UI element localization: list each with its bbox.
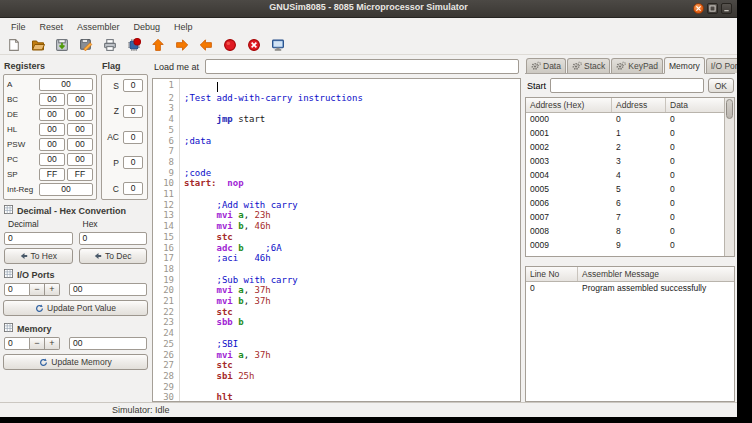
column-header[interactable]: Line No bbox=[526, 267, 578, 281]
register-value[interactable]: 00 bbox=[67, 93, 93, 106]
port-decrement-button[interactable]: − bbox=[30, 283, 45, 296]
memory-scrollbar[interactable] bbox=[724, 98, 734, 256]
tab-data[interactable]: Data bbox=[526, 58, 566, 73]
memory-row[interactable]: 000880 bbox=[526, 225, 724, 239]
menu-debug[interactable]: Debug bbox=[127, 20, 168, 34]
register-value[interactable]: 00 bbox=[39, 108, 65, 121]
desktop-background: GNUSim8085 - 8085 Microprocessor Simulat… bbox=[0, 0, 752, 423]
print-button[interactable] bbox=[101, 36, 118, 53]
start-address-input[interactable] bbox=[550, 78, 704, 93]
converter-grid-icon bbox=[4, 205, 13, 216]
right-tabs: DataStackKeyPadMemoryI/O Ports bbox=[525, 56, 735, 74]
memory-address-input[interactable]: 0 bbox=[4, 337, 30, 350]
flag-value[interactable]: 0 bbox=[123, 105, 143, 118]
code-line-text: mvi b, 37h bbox=[180, 296, 271, 307]
register-value[interactable]: 00 bbox=[39, 153, 65, 166]
register-value[interactable]: 00 bbox=[39, 183, 93, 196]
port-increment-button[interactable]: + bbox=[45, 283, 60, 296]
go-forward-button[interactable] bbox=[173, 36, 190, 53]
tab-keypad[interactable]: KeyPad bbox=[611, 58, 663, 73]
show-keypad-button[interactable] bbox=[269, 36, 286, 53]
memory-row[interactable]: 000330 bbox=[526, 155, 724, 169]
memory-row[interactable]: 000110 bbox=[526, 127, 724, 141]
tab-i-o-ports[interactable]: I/O Ports bbox=[706, 58, 737, 73]
stop-button[interactable] bbox=[245, 36, 262, 53]
close-button[interactable] bbox=[693, 3, 704, 14]
hex-input[interactable]: 0 bbox=[79, 232, 148, 245]
register-name: PSW bbox=[7, 140, 37, 149]
register-row-int-reg: Int-Reg00 bbox=[7, 183, 93, 196]
record-icon bbox=[223, 38, 237, 52]
register-value[interactable]: 00 bbox=[67, 153, 93, 166]
to-dec-button[interactable]: To Dec bbox=[79, 248, 148, 264]
memory-cell: 0 bbox=[666, 141, 724, 155]
memory-row[interactable]: 000660 bbox=[526, 197, 724, 211]
register-value[interactable]: 00 bbox=[67, 123, 93, 136]
register-value[interactable]: 00 bbox=[39, 138, 65, 151]
message-row[interactable]: 0Program assembled successfully bbox=[526, 282, 734, 296]
maximize-button[interactable] bbox=[707, 3, 718, 14]
flag-value[interactable]: 0 bbox=[123, 156, 143, 169]
column-header[interactable]: Address (Hex) bbox=[526, 98, 612, 112]
port-value-input[interactable]: 00 bbox=[69, 283, 147, 296]
memory-row[interactable]: 000550 bbox=[526, 183, 724, 197]
line-number: 17 bbox=[153, 253, 180, 264]
memory-row[interactable]: 000440 bbox=[526, 169, 724, 183]
code-line-text: adc b ;6A bbox=[180, 243, 282, 254]
register-value[interactable]: 00 bbox=[39, 78, 93, 91]
line-number: 15 bbox=[153, 232, 180, 243]
code-line: 19 ;Sub with carry bbox=[153, 275, 520, 286]
column-header[interactable]: Data bbox=[666, 98, 724, 112]
memory-row[interactable]: 000770 bbox=[526, 211, 724, 225]
port-address-input[interactable]: 0 bbox=[4, 283, 30, 296]
memory-increment-button[interactable]: + bbox=[45, 337, 60, 350]
register-value[interactable]: 00 bbox=[39, 123, 65, 136]
register-value[interactable]: FF bbox=[39, 168, 65, 181]
up-arrow-icon bbox=[151, 38, 165, 52]
register-value[interactable]: 00 bbox=[67, 108, 93, 121]
register-row-hl: HL0000 bbox=[7, 123, 93, 136]
tab-stack[interactable]: Stack bbox=[567, 58, 610, 73]
register-value[interactable]: 00 bbox=[67, 138, 93, 151]
flag-value[interactable]: 0 bbox=[123, 131, 143, 144]
code-line-text: ;Add with carry bbox=[180, 200, 298, 211]
tab-memory[interactable]: Memory bbox=[664, 57, 705, 74]
load-address-input[interactable] bbox=[205, 59, 519, 74]
menu-file[interactable]: File bbox=[4, 20, 33, 34]
menu-help[interactable]: Help bbox=[167, 20, 200, 34]
open-file-button[interactable] bbox=[29, 36, 46, 53]
titlebar[interactable]: GNUSim8085 - 8085 Microprocessor Simulat… bbox=[0, 0, 737, 18]
menu-assembler[interactable]: Assembler bbox=[70, 20, 127, 34]
menu-reset[interactable]: Reset bbox=[33, 20, 71, 34]
memory-row[interactable]: 000000 bbox=[526, 113, 724, 127]
column-header[interactable]: Address bbox=[612, 98, 666, 112]
memory-row[interactable]: 000220 bbox=[526, 141, 724, 155]
line-number: 21 bbox=[153, 296, 180, 307]
column-header[interactable]: Assembler Message bbox=[578, 267, 734, 281]
memory-decrement-button[interactable]: − bbox=[30, 337, 45, 350]
register-value[interactable]: 00 bbox=[39, 93, 65, 106]
update-port-value-button[interactable]: Update Port Value bbox=[3, 300, 148, 316]
register-value[interactable]: FF bbox=[67, 168, 93, 181]
decimal-label: Decimal bbox=[4, 219, 73, 229]
flag-value[interactable]: 0 bbox=[123, 79, 143, 92]
new-file-button[interactable] bbox=[5, 36, 22, 53]
memory-value-input[interactable]: 00 bbox=[69, 337, 147, 350]
code-line: 1 bbox=[153, 80, 520, 93]
memory-scrollbar-thumb[interactable] bbox=[726, 99, 733, 119]
start-record-button[interactable] bbox=[221, 36, 238, 53]
minimize-button[interactable] bbox=[721, 3, 732, 14]
flag-value[interactable]: 0 bbox=[123, 182, 143, 195]
save-button[interactable] bbox=[53, 36, 70, 53]
go-up-button[interactable] bbox=[149, 36, 166, 53]
code-editor[interactable]: 1 2;Test add-with-carry instructions34 j… bbox=[152, 78, 521, 402]
to-hex-button[interactable]: To Hex bbox=[4, 248, 73, 264]
go-back-button[interactable] bbox=[197, 36, 214, 53]
ok-button[interactable]: OK bbox=[708, 78, 734, 93]
update-memory-button[interactable]: Update Memory bbox=[3, 354, 148, 370]
memory-row[interactable]: 000990 bbox=[526, 239, 724, 253]
assemble-button[interactable] bbox=[125, 36, 142, 53]
decimal-input[interactable]: 0 bbox=[4, 232, 73, 245]
line-number: 19 bbox=[153, 275, 180, 286]
save-as-button[interactable] bbox=[77, 36, 94, 53]
